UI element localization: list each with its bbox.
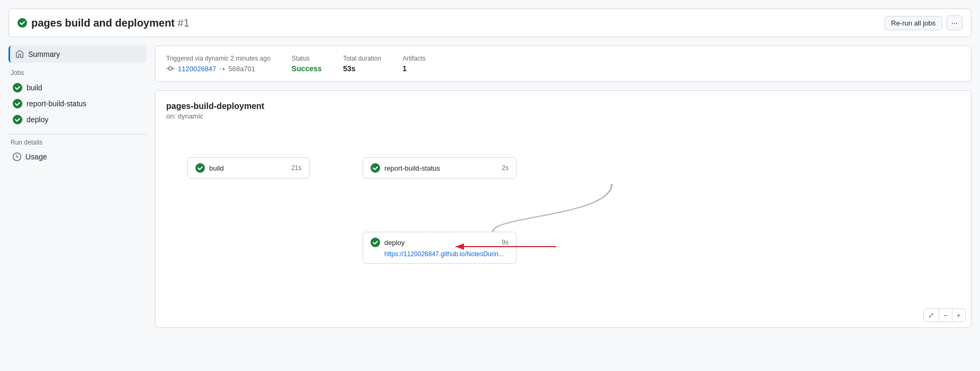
sidebar-item-summary[interactable]: Summary xyxy=(8,46,147,63)
content-area: Triggered via dynamic 2 minutes ago 1120… xyxy=(155,46,972,328)
status-label: Status xyxy=(291,55,322,62)
duration-section: Total duration 53s xyxy=(343,55,381,73)
commit-icon xyxy=(166,64,175,73)
arrow-icon: ⇢ xyxy=(219,65,225,73)
report-job-time: 2s xyxy=(497,164,509,172)
trigger-row: 1120026847 ⇢ 568a701 xyxy=(166,64,270,73)
run-details-section-label: Run details xyxy=(8,139,147,146)
artifacts-label: Artifacts xyxy=(402,55,425,62)
triggered-label: Triggered via dynamic 2 minutes ago xyxy=(166,55,270,62)
artifacts-section: Artifacts 1 xyxy=(402,55,425,73)
zoom-controls: ⤢ − + xyxy=(923,308,966,322)
zoom-fit-button[interactable]: ⤢ xyxy=(924,309,939,322)
jobs-section-label: Jobs xyxy=(8,69,147,77)
page-title: pages build and deployment #1 xyxy=(31,17,190,29)
deploy-link[interactable]: https://1120026847.github.io/NotesDurin.… xyxy=(384,250,504,258)
workflow-card: pages-build-deployment on: dynamic xyxy=(155,90,972,328)
job-box-deploy[interactable]: deploy 9s https://1120026847.github.io/N… xyxy=(363,232,517,264)
deploy-job-time: 9s xyxy=(497,239,509,246)
job-box-report-build-status[interactable]: report-build-status 2s xyxy=(363,157,517,179)
rerun-all-jobs-button[interactable]: Re-run all jobs xyxy=(884,16,943,30)
deploy-job-label: deploy xyxy=(384,239,405,247)
duration-label: Total duration xyxy=(343,55,381,62)
sidebar-item-usage[interactable]: Usage xyxy=(8,149,147,164)
workflow-subtitle: on: dynamic xyxy=(166,112,960,120)
deploy-status-icon xyxy=(13,115,22,124)
sidebar-report-label: report-build-status xyxy=(27,99,87,108)
deploy-job-header: deploy 9s xyxy=(371,238,509,247)
sidebar-item-deploy[interactable]: deploy xyxy=(8,112,147,128)
build-job-icon xyxy=(195,163,205,173)
run-number[interactable]: 1120026847 xyxy=(178,65,216,73)
info-card: Triggered via dynamic 2 minutes ago 1120… xyxy=(155,46,972,82)
report-status-icon xyxy=(13,99,22,108)
deploy-job-icon xyxy=(371,238,380,247)
commit-hash[interactable]: 568a701 xyxy=(228,65,255,73)
page-header: pages build and deployment #1 Re-run all… xyxy=(8,9,972,37)
sidebar-jobs-section: Jobs build report-build-sta xyxy=(8,69,147,128)
sidebar: Summary Jobs build xyxy=(8,46,147,328)
job-box-build[interactable]: build 21s xyxy=(187,157,310,179)
sidebar-build-label: build xyxy=(27,83,42,92)
sidebar-run-details-section: Run details Usage xyxy=(8,139,147,164)
build-job-time: 21s xyxy=(287,164,302,172)
workflow-title: pages-build-deployment xyxy=(166,102,960,111)
report-job-label: report-build-status xyxy=(384,164,440,172)
sidebar-summary-label: Summary xyxy=(28,50,60,58)
build-status-icon xyxy=(13,83,22,92)
duration-value: 53s xyxy=(343,64,381,73)
zoom-in-button[interactable]: + xyxy=(952,309,965,322)
sidebar-item-build[interactable]: build xyxy=(8,80,147,96)
home-icon xyxy=(15,50,24,58)
main-layout: Summary Jobs build xyxy=(8,46,972,328)
workflow-diagram: build 21s report-build-status 2s xyxy=(166,136,960,317)
more-options-button[interactable]: ··· xyxy=(947,15,962,30)
status-section: Status Success xyxy=(291,55,322,73)
trigger-section: Triggered via dynamic 2 minutes ago 1120… xyxy=(166,55,270,73)
clock-icon xyxy=(13,153,21,161)
zoom-out-button[interactable]: − xyxy=(939,309,952,322)
report-job-icon xyxy=(371,163,380,173)
build-job-label: build xyxy=(209,164,223,172)
sidebar-deploy-label: deploy xyxy=(27,115,48,124)
sidebar-item-report-build-status[interactable]: report-build-status xyxy=(8,96,147,112)
artifacts-value: 1 xyxy=(402,64,425,73)
status-value: Success xyxy=(291,64,322,73)
status-check-icon xyxy=(18,18,27,28)
sidebar-usage-label: Usage xyxy=(25,153,47,161)
page-header-left: pages build and deployment #1 xyxy=(18,17,190,29)
header-actions: Re-run all jobs ··· xyxy=(884,15,963,30)
